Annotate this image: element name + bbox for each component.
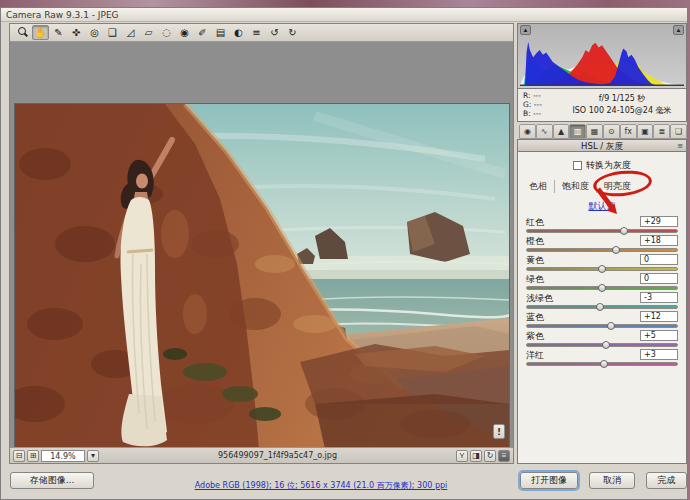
slider-knob[interactable] <box>598 265 606 273</box>
white-balance-tool[interactable]: ✎ <box>50 25 67 40</box>
done-button[interactable]: 完成 <box>646 472 687 489</box>
zoom-in-button[interactable]: ⊞ <box>27 450 39 462</box>
slider-track[interactable] <box>526 324 678 328</box>
spot-removal-tool[interactable]: ◌ <box>158 25 175 40</box>
graduated-filter-tool[interactable]: ▤ <box>212 25 229 40</box>
preferences-button[interactable]: ≡ <box>248 25 265 40</box>
targeted-adjustment-tool[interactable]: ◎ <box>86 25 103 40</box>
rgb-row: B: --- <box>523 109 558 118</box>
hand-tool[interactable]: ✋ <box>32 25 49 40</box>
panel-tab-icon: fx <box>624 127 632 136</box>
rotate-left-button[interactable]: ↺ <box>266 25 283 40</box>
exposure-info: f/9 1/125 秒 ISO 100 24-105@24 毫米 <box>558 89 686 121</box>
hsl-panel-title: HSL / 灰度 ≡ <box>517 139 687 152</box>
split-view-button[interactable]: ◨ <box>470 450 482 462</box>
slider-knob[interactable] <box>612 246 620 254</box>
slider-track[interactable] <box>526 248 678 252</box>
slider-value-input[interactable]: +12 <box>640 311 678 322</box>
tool-icon: ◿ <box>127 26 135 39</box>
zoom-dropdown-button[interactable]: ▾ <box>87 450 99 462</box>
panel-tab-icon: ❏ <box>675 127 682 136</box>
hsl-slider-row: 绿色 0 <box>526 273 678 292</box>
open-image-button[interactable]: 打开图像 <box>520 472 578 489</box>
tab-camera-calibration[interactable]: ▣ <box>637 124 654 139</box>
tab-tone-curve[interactable]: ∿ <box>536 124 553 139</box>
slider-value-input[interactable]: 0 <box>640 273 678 284</box>
cancel-button[interactable]: 取消 <box>589 472 635 489</box>
zoom-out-button[interactable]: ⊟ <box>13 450 25 462</box>
title-bar: Camera Raw 9.3.1 - JPEG <box>1 8 687 22</box>
preview-status-bar: ⊟ ⊞ 14.9% ▾ 956499097_1f4f9a5c47_o.jpg Y… <box>10 447 513 463</box>
transform-tool[interactable]: ▱ <box>140 25 157 40</box>
rotate-right-button[interactable]: ↻ <box>284 25 301 40</box>
shadow-clipping-icon[interactable]: ▲ <box>520 25 531 35</box>
slider-track[interactable] <box>526 305 678 309</box>
radial-filter-tool[interactable]: ◐ <box>230 25 247 40</box>
tool-icon: ≡ <box>252 26 260 39</box>
slider-label: 洋红 <box>526 349 544 362</box>
slider-track[interactable] <box>526 286 678 290</box>
slider-track[interactable] <box>526 343 678 347</box>
photo-shrubs <box>183 363 227 381</box>
slider-label: 紫色 <box>526 330 544 343</box>
slider-value-input[interactable]: +5 <box>640 330 678 341</box>
slider-knob[interactable] <box>602 341 610 349</box>
histogram-chart <box>520 38 684 86</box>
hsl-slider-row: 蓝色 +12 <box>526 311 678 330</box>
exposure-line1: f/9 1/125 秒 <box>558 93 686 105</box>
tool-icon: ◌ <box>162 26 171 39</box>
convert-grayscale-checkbox[interactable] <box>573 161 582 170</box>
highlight-clipping-icon[interactable]: ▲ <box>673 25 684 35</box>
cycle-view-button[interactable]: ↻ <box>484 450 496 462</box>
hsl-subtab[interactable]: 色相 <box>522 180 555 193</box>
tab-snapshots[interactable]: ❏ <box>670 124 687 139</box>
slider-value-input[interactable]: +18 <box>640 235 678 246</box>
panel-tab-strip: ◉∿▲▥▦⊙fx▣≣❏ <box>517 122 687 139</box>
panel-tab-icon: ∿ <box>541 127 548 136</box>
panel-tab-icon: ▣ <box>641 127 649 136</box>
tool-icon: ↻ <box>288 26 296 39</box>
panel-tab-icon: ▲ <box>558 127 564 136</box>
workflow-options-link[interactable]: Adobe RGB (1998); 16 位; 5616 x 3744 (21.… <box>131 480 511 491</box>
save-image-button[interactable]: 存储图像... <box>10 472 94 489</box>
slider-value-input[interactable]: +3 <box>640 349 678 360</box>
red-eye-tool[interactable]: ◉ <box>176 25 193 40</box>
preview-toggle-button[interactable]: Y <box>456 450 468 462</box>
tool-icon: ✎ <box>54 26 62 39</box>
tab-hsl-grayscale[interactable]: ▥ <box>569 124 586 139</box>
panel-tab-icon: ▦ <box>591 127 599 136</box>
camera-raw-window: Camera Raw 9.3.1 - JPEG ✋✎✜◎❑◿▱◌◉✐▤◐≡↺↻ <box>0 7 688 500</box>
slider-knob[interactable] <box>607 322 615 330</box>
slider-value-input[interactable]: -3 <box>640 292 678 303</box>
slider-knob[interactable] <box>598 284 606 292</box>
panel-menu-icon[interactable]: ≡ <box>677 140 683 152</box>
tool-icon: ↺ <box>270 26 278 39</box>
filename-label: 956499097_1f4f9a5c47_o.jpg <box>101 451 454 460</box>
tool-icon: ✜ <box>72 26 80 39</box>
tab-effects[interactable]: fx <box>620 124 637 139</box>
slider-value-input[interactable]: 0 <box>640 254 678 265</box>
zoom-level-select[interactable]: 14.9% <box>41 450 85 462</box>
slider-label: 橙色 <box>526 235 544 248</box>
tab-basic[interactable]: ◉ <box>519 124 536 139</box>
color-sampler-tool[interactable]: ✜ <box>68 25 85 40</box>
exif-panel: R: ---G: ---B: --- f/9 1/125 秒 ISO 100 2… <box>517 89 687 122</box>
straighten-tool[interactable]: ◿ <box>122 25 139 40</box>
adjustment-brush-tool[interactable]: ✐ <box>194 25 211 40</box>
slider-knob[interactable] <box>596 303 604 311</box>
rgb-row: R: --- <box>523 91 558 100</box>
slider-track[interactable] <box>526 362 678 366</box>
tool-icon: ✐ <box>198 26 206 39</box>
tab-detail[interactable]: ▲ <box>553 124 570 139</box>
tab-lens-corrections[interactable]: ⊙ <box>603 124 620 139</box>
slider-knob[interactable] <box>600 360 608 368</box>
crop-tool[interactable]: ❑ <box>104 25 121 40</box>
warning-badge[interactable]: ! <box>493 424 505 439</box>
photo-belt <box>127 250 153 252</box>
preview-frame: ✋✎✜◎❑◿▱◌◉✐▤◐≡↺↻ <box>9 23 514 464</box>
view-menu-button[interactable]: ≡ <box>498 450 510 462</box>
tab-split-toning[interactable]: ▦ <box>586 124 603 139</box>
slider-track[interactable] <box>526 267 678 271</box>
tab-presets[interactable]: ≣ <box>653 124 670 139</box>
zoom-tool[interactable] <box>14 25 31 40</box>
